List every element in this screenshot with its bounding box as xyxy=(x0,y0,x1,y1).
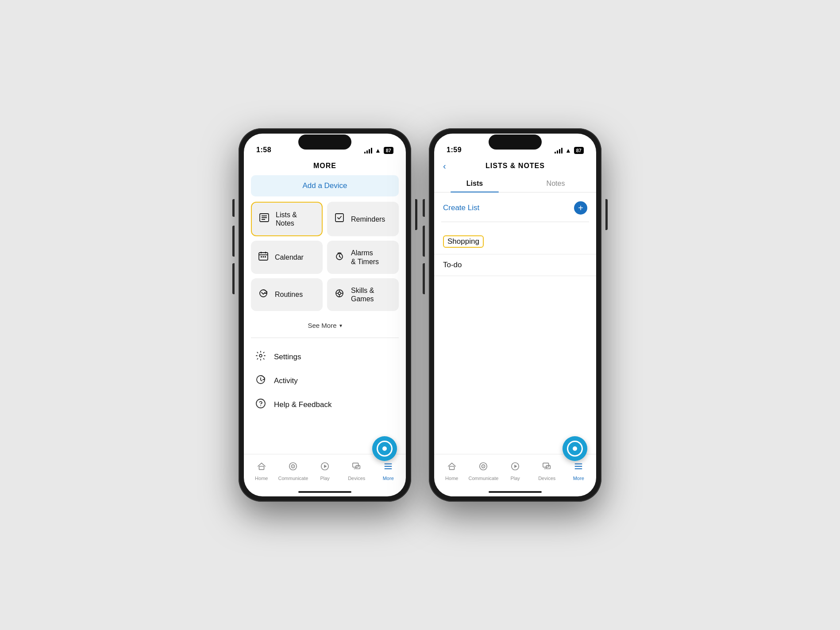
chevron-down-icon: ▾ xyxy=(339,323,342,329)
tabs-row: Lists Notes xyxy=(434,175,596,192)
screen-1: 1:58 ▲ 87 MORE Add a Device xyxy=(244,134,406,496)
more-icon-2 xyxy=(574,461,583,474)
signal-bars-2 xyxy=(555,147,563,154)
screen-content-2: ‹ LISTS & NOTES Lists Notes Create List … xyxy=(434,158,596,454)
create-list-row: Create List + xyxy=(434,194,596,222)
home-icon-2 xyxy=(447,461,457,474)
screen-2: 1:59 ▲ 87 ‹ LISTS & NOTES xyxy=(434,134,596,496)
phone-1: 1:58 ▲ 87 MORE Add a Device xyxy=(239,128,411,502)
add-device-banner[interactable]: Add a Device xyxy=(251,175,399,196)
lists-notes-icon xyxy=(258,212,270,226)
dynamic-island-2 xyxy=(489,134,542,150)
nav-communicate-1[interactable]: Communicate xyxy=(277,458,309,484)
activity-label: Activity xyxy=(274,376,298,385)
home-bar-1 xyxy=(298,491,351,493)
svg-marker-33 xyxy=(324,465,327,468)
alexa-fab-1[interactable] xyxy=(372,436,397,461)
settings-item-help[interactable]: Help & Feedback xyxy=(254,393,395,417)
svg-marker-45 xyxy=(514,465,517,468)
see-more-button[interactable]: See More ▾ xyxy=(308,322,342,329)
list-item-shopping[interactable]: Shopping xyxy=(434,229,596,254)
svg-rect-28 xyxy=(259,466,264,469)
svg-point-27 xyxy=(260,405,261,406)
nav-communicate-2[interactable]: Communicate xyxy=(468,458,500,484)
communicate-icon-2 xyxy=(478,461,488,474)
phone-2: 1:59 ▲ 87 ‹ LISTS & NOTES xyxy=(429,128,601,502)
create-list-link[interactable]: Create List xyxy=(443,204,479,212)
menu-label-routines: Routines xyxy=(275,290,303,299)
svg-rect-40 xyxy=(449,466,454,469)
svg-rect-11 xyxy=(265,256,266,257)
settings-item-settings[interactable]: Settings xyxy=(254,345,395,369)
menu-item-calendar[interactable]: Calendar xyxy=(251,241,323,273)
menu-label-lists-notes: Lists & Notes xyxy=(276,211,316,227)
settings-list: Settings Activity xyxy=(244,345,406,417)
nav-label-communicate-2: Communicate xyxy=(469,476,499,481)
wifi-icon-1: ▲ xyxy=(375,147,381,154)
nav-label-home-2: Home xyxy=(445,476,458,481)
see-more-row: See More ▾ xyxy=(244,318,406,333)
home-indicator-1 xyxy=(244,488,406,496)
home-bar-2 xyxy=(489,491,542,493)
menu-item-lists-notes[interactable]: Lists & Notes xyxy=(251,202,323,236)
svg-point-31 xyxy=(293,466,294,467)
tab-notes[interactable]: Notes xyxy=(515,175,596,192)
menu-item-alarms-timers[interactable]: Alarms& Timers xyxy=(327,241,399,273)
nav-label-devices-2: Devices xyxy=(538,476,555,481)
add-list-button[interactable]: + xyxy=(574,201,587,215)
svg-line-14 xyxy=(339,257,341,257)
svg-rect-34 xyxy=(353,463,358,467)
list-item-todo[interactable]: To-do xyxy=(434,254,596,276)
nav-play-1[interactable]: Play xyxy=(309,458,341,484)
volume-down-button-2 xyxy=(423,263,425,294)
back-button[interactable]: ‹ xyxy=(443,161,446,171)
nav-devices-1[interactable]: Devices xyxy=(341,458,373,484)
nav-more-1[interactable]: More xyxy=(372,458,404,484)
nav-play-2[interactable]: Play xyxy=(499,458,531,484)
shopping-label: Shopping xyxy=(443,235,484,248)
mute-button-2 xyxy=(423,199,425,217)
nav-home-1[interactable]: Home xyxy=(246,458,277,484)
page-title-1: MORE xyxy=(313,162,336,169)
dynamic-island-1 xyxy=(298,134,351,150)
settings-item-activity[interactable]: Activity xyxy=(254,369,395,393)
menu-label-skills-games: Skills &Games xyxy=(351,286,374,303)
alexa-fab-2[interactable] xyxy=(563,436,587,461)
nav-label-more-1: More xyxy=(383,476,394,481)
signal-bars-1 xyxy=(364,147,372,154)
nav-label-more-2: More xyxy=(573,476,584,481)
svg-point-22 xyxy=(259,354,262,357)
menu-item-routines[interactable]: Routines xyxy=(251,278,323,311)
time-2: 1:59 xyxy=(447,146,462,154)
page-title-2: LISTS & NOTES xyxy=(486,162,545,170)
status-icons-1: ▲ 87 xyxy=(364,147,393,154)
play-icon-2 xyxy=(510,461,520,474)
page-header-1: MORE xyxy=(244,158,406,175)
menu-item-skills-games[interactable]: Skills &Games xyxy=(327,278,399,311)
alexa-dot-2 xyxy=(573,446,577,451)
status-icons-2: ▲ 87 xyxy=(555,147,584,154)
power-button-2 xyxy=(605,199,608,230)
communicate-icon-1 xyxy=(288,461,298,474)
add-device-text: Add a Device xyxy=(302,181,347,190)
settings-label: Settings xyxy=(274,353,301,361)
battery-2: 87 xyxy=(574,147,584,154)
svg-rect-46 xyxy=(543,463,549,467)
home-icon-1 xyxy=(257,461,266,474)
mute-button-1 xyxy=(232,199,235,217)
nav-devices-2[interactable]: Devices xyxy=(531,458,563,484)
svg-rect-9 xyxy=(261,256,262,257)
alexa-dot-1 xyxy=(382,446,387,451)
volume-up-button-2 xyxy=(423,226,425,257)
see-more-label: See More xyxy=(308,322,336,329)
battery-1: 87 xyxy=(384,147,393,154)
menu-item-reminders[interactable]: Reminders xyxy=(327,202,399,236)
tab-lists[interactable]: Lists xyxy=(434,175,515,192)
wifi-icon-2: ▲ xyxy=(565,147,571,154)
nav-home-2[interactable]: Home xyxy=(436,458,468,484)
nav-more-2[interactable]: More xyxy=(563,458,594,484)
routines-icon xyxy=(257,288,270,301)
menu-label-calendar: Calendar xyxy=(275,253,304,261)
calendar-icon xyxy=(257,251,270,264)
svg-point-17 xyxy=(338,292,341,295)
